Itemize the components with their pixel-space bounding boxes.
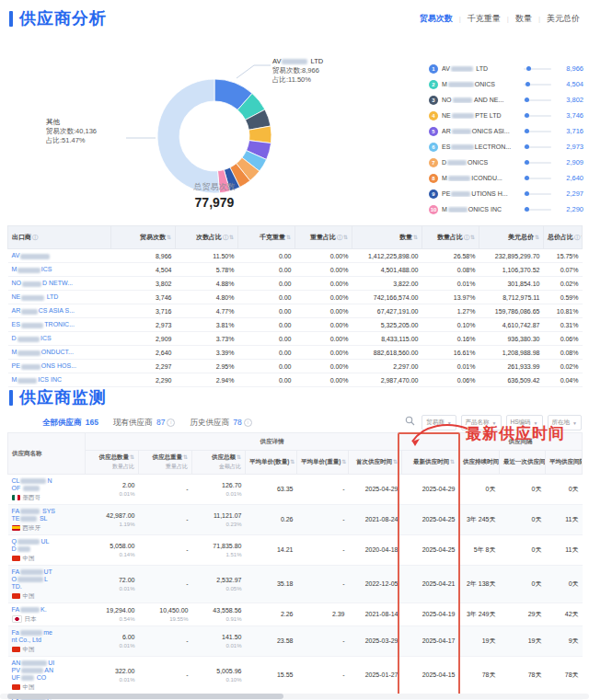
legend-item-8[interactable]: 8MICONDU...2,640 [429,170,583,186]
t1-col-header-7[interactable]: 数量占比ⓘ⇅ [422,226,479,249]
supplier-name-cell[interactable]: FAK.日本 [8,603,86,626]
legend-item-7[interactable]: 7DONICS2,909 [429,155,583,170]
sort-icon[interactable]: ⇅ [229,235,234,240]
tab-separator: | [507,15,509,23]
t2-col-header-5[interactable]: 平均单价(重量)⇅ [297,451,349,475]
sort-icon[interactable]: ⇅ [290,459,294,465]
visible-text: ONDUCT... [41,349,74,355]
metric-tab-2[interactable]: 千克重量 [466,13,502,25]
t2-cell: 2025-04-29 [402,475,459,505]
t1-cell: 742,166,574.00 [352,291,422,304]
legend-item-2[interactable]: 2MONICS4,504 [429,76,583,92]
visible-text: FA [12,568,20,575]
t2-col-header-7[interactable]: 最新供应时间⇅ [402,451,459,475]
t1-col-header-4[interactable]: 千克重量⇅ [238,226,295,249]
legend-item-5[interactable]: 5ARONICS ASI...3,716 [429,123,583,139]
legend-item-3[interactable]: 3NO AND NE...3,802 [429,92,583,108]
exporter-name-link[interactable]: MICS [8,263,111,277]
supplier-name-cell[interactable]: ANUIPVANUF CO中国 [8,657,86,694]
exporter-name-link[interactable]: ARCS ASIA S... [8,304,111,318]
exporter-name-link[interactable]: NE LTD [8,291,111,304]
exporter-name-link[interactable]: PEONS HOS... [8,360,111,373]
legend-company-name: AV LTD [442,65,519,72]
t1-col-header-5[interactable]: 重量占比ⓘ⇅ [295,226,352,249]
redacted-text [17,539,40,545]
monitoring-tab-2[interactable]: 现有供应商 87i [113,418,175,432]
supplier-name-cell[interactable]: CLNOF 墨西哥 [8,475,86,505]
t2-col-label: 供应总数量 [98,453,129,460]
t1-col-header-3[interactable]: 次数占比ⓘ⇅ [176,226,238,249]
horizontal-scrollbar[interactable] [0,694,589,699]
exporter-name-link[interactable]: NOD NETW... [8,277,111,291]
t2-col-header-2[interactable]: 供应总重量⇅重量占比 [139,451,192,475]
supplier-name-cell[interactable]: Fament Co., Ltd中国 [8,626,86,657]
t2-col-header-3[interactable]: 供应总额⇅金额占比 [192,451,246,475]
t2-col-sublabel: 金额占比 [196,463,241,471]
supplier-name-cell[interactable]: FA SYSTE SL西班牙 [8,505,86,535]
sort-icon[interactable]: ⇅ [450,459,455,465]
sort-icon[interactable]: ⇅ [343,235,348,240]
t1-col-header-2[interactable]: 贸易次数⇅ [111,226,176,249]
t2-row-7: ANUIPVANUF CO中国322.000.01%-5,005.960.10%… [8,657,583,694]
t2-col-header-10[interactable]: 平均供应间隔⇅ [546,451,583,475]
sort-icon[interactable]: ⇅ [237,454,241,460]
legend-item-10[interactable]: 10MONICS INC2,290 [429,201,583,217]
t2-cell: 0天 [459,475,500,505]
redacted-text [17,350,40,356]
metric-tab-3[interactable]: 数量 [514,13,534,25]
t2-name-header[interactable]: 供应商名称 [8,433,86,475]
sort-icon[interactable]: ⇅ [286,235,291,240]
sort-icon[interactable]: ⇅ [183,454,188,460]
legend-item-1[interactable]: 1AV LTD8,966 [429,61,583,76]
t1-col-header-6[interactable]: 数量⇅ [352,226,422,249]
t2-cell: - [139,475,192,505]
redacted-text [451,144,474,150]
sort-icon[interactable]: ⇅ [393,459,398,465]
sort-icon[interactable]: ⇅ [341,459,346,465]
exporter-table: 出口商ⓘ贸易次数⇅次数占比ⓘ⇅千克重量⇅重量占比ⓘ⇅数量⇅数量占比ⓘ⇅美元总价⇅… [7,225,583,387]
metric-tab-4[interactable]: 美元总价 [545,13,582,25]
legend-item-6[interactable]: 6ESLECTRON...2,973 [429,139,583,155]
visible-text: UT [44,568,52,575]
sort-icon[interactable]: ⇅ [413,235,418,240]
t2-col-header-1[interactable]: 供应总数量⇅数量占比 [86,451,139,475]
sort-icon[interactable]: ⇅ [130,454,134,460]
legend-item-9[interactable]: 9PEUTIONS H...2,297 [429,186,583,201]
t2-cell: 5,005.960.10% [192,657,246,694]
exporter-name-link[interactable]: DICS [8,332,111,346]
supplier-country: 墨西哥 [12,494,82,501]
legend-value: 3,716 [556,127,583,135]
t1-col-header-9[interactable]: 总价占比ⓘ⇅ [544,226,583,249]
horizontal-scrollbar-thumb[interactable] [7,694,283,699]
donut-segment-11[interactable] [157,79,220,193]
sort-icon[interactable]: ⇅ [535,235,539,240]
annotation-other-name: 其他 [46,118,123,127]
t1-header-row: 出口商ⓘ贸易次数⇅次数占比ⓘ⇅千克重量⇅重量占比ⓘ⇅数量⇅数量占比ⓘ⇅美元总价⇅… [8,226,583,249]
t1-col-header-1[interactable]: 出口商ⓘ [8,226,111,249]
t2-row-4: FAUTOLTD.中国72.000.01%-2,532.970.05%35.18… [8,566,583,603]
exporter-name-link[interactable]: ESTRONIC... [8,318,111,332]
t2-col-header-9[interactable]: 最近一次供应间隔⇅ [500,451,546,475]
t1-cell: 16.61% [422,346,479,360]
sort-icon[interactable]: ⇅ [167,235,171,240]
t2-cell: - [139,626,192,657]
t2-col-header-6[interactable]: 首次供应时间⇅ [349,451,402,475]
exporter-name-link[interactable]: MICS INC [8,373,111,387]
legend-item-4[interactable]: 4NEPTE LTD3,746 [429,108,583,123]
legend-share-bar [524,131,551,132]
metric-tab-1[interactable]: 贸易次数 [418,13,455,25]
t2-col-header-8[interactable]: 供应持续时间⇅ [459,451,500,475]
t2-cell: 2025-01-27 [349,657,402,694]
redacted-text [17,546,30,552]
exporter-name-link[interactable]: AV [8,249,111,263]
t2-col-header-4[interactable]: 平均单价(数量)⇅ [246,451,297,475]
cell-share: 0.23% [196,521,242,528]
monitoring-tab-3[interactable]: 历史供应商 78i [190,418,251,432]
exporter-name-link[interactable]: MONDUCT... [8,346,111,360]
t1-col-header-8[interactable]: 美元总价⇅ [479,226,544,249]
sort-icon[interactable]: ⇅ [581,235,583,240]
supplier-name-cell[interactable]: QULD中国 [8,535,86,566]
supplier-name-cell[interactable]: FAUTOLTD.中国 [8,566,86,603]
t2-body: CLNOF 墨西哥2.000.01%-126.700.01%63.35-2025… [8,475,583,700]
sort-icon[interactable]: ⇅ [470,235,475,240]
